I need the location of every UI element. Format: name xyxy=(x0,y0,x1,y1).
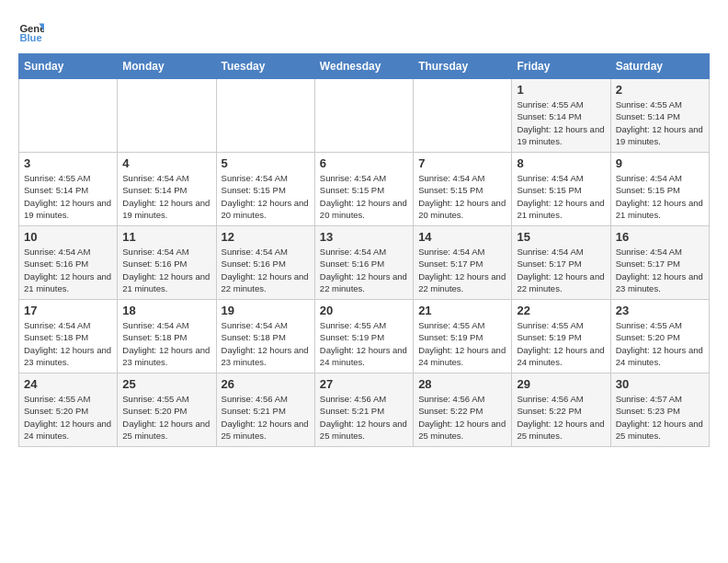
weekday-header-saturday: Saturday xyxy=(610,54,709,79)
day-info: Sunrise: 4:54 AM Sunset: 5:15 PM Dayligh… xyxy=(616,172,704,221)
day-info: Sunrise: 4:54 AM Sunset: 5:18 PM Dayligh… xyxy=(24,319,112,368)
calendar-cell-w2-d3: 5Sunrise: 4:54 AM Sunset: 5:15 PM Daylig… xyxy=(216,153,314,226)
day-info: Sunrise: 4:57 AM Sunset: 5:23 PM Dayligh… xyxy=(616,393,704,442)
day-number: 27 xyxy=(320,377,408,391)
calendar-cell-w1-d1 xyxy=(19,79,118,153)
day-info: Sunrise: 4:55 AM Sunset: 5:14 PM Dayligh… xyxy=(517,98,605,147)
weekday-header-tuesday: Tuesday xyxy=(216,54,314,79)
day-info: Sunrise: 4:54 AM Sunset: 5:15 PM Dayligh… xyxy=(320,172,408,221)
day-number: 13 xyxy=(320,230,408,244)
day-info: Sunrise: 4:55 AM Sunset: 5:14 PM Dayligh… xyxy=(24,172,112,221)
day-number: 5 xyxy=(222,156,310,170)
day-number: 28 xyxy=(418,377,506,391)
day-info: Sunrise: 4:55 AM Sunset: 5:19 PM Dayligh… xyxy=(418,319,506,368)
day-info: Sunrise: 4:54 AM Sunset: 5:15 PM Dayligh… xyxy=(517,172,605,221)
day-number: 1 xyxy=(517,83,605,97)
calendar-cell-w4-d4: 20Sunrise: 4:55 AM Sunset: 5:19 PM Dayli… xyxy=(314,300,413,373)
day-number: 10 xyxy=(24,230,112,244)
day-number: 3 xyxy=(24,156,112,170)
day-info: Sunrise: 4:54 AM Sunset: 5:16 PM Dayligh… xyxy=(320,246,408,294)
calendar-cell-w3-d4: 13Sunrise: 4:54 AM Sunset: 5:16 PM Dayli… xyxy=(314,226,413,300)
day-info: Sunrise: 4:54 AM Sunset: 5:17 PM Dayligh… xyxy=(616,246,704,294)
day-info: Sunrise: 4:55 AM Sunset: 5:20 PM Dayligh… xyxy=(122,393,210,442)
day-info: Sunrise: 4:55 AM Sunset: 5:20 PM Dayligh… xyxy=(616,319,704,368)
calendar-cell-w1-d5 xyxy=(414,79,512,153)
day-info: Sunrise: 4:54 AM Sunset: 5:16 PM Dayligh… xyxy=(222,246,310,294)
day-info: Sunrise: 4:55 AM Sunset: 5:19 PM Dayligh… xyxy=(320,319,408,368)
calendar-cell-w4-d5: 21Sunrise: 4:55 AM Sunset: 5:19 PM Dayli… xyxy=(414,300,512,373)
calendar-cell-w2-d4: 6Sunrise: 4:54 AM Sunset: 5:15 PM Daylig… xyxy=(314,153,413,226)
calendar-cell-w4-d6: 22Sunrise: 4:55 AM Sunset: 5:19 PM Dayli… xyxy=(512,300,610,373)
day-info: Sunrise: 4:55 AM Sunset: 5:19 PM Dayligh… xyxy=(517,319,605,368)
day-number: 17 xyxy=(24,304,112,317)
day-info: Sunrise: 4:54 AM Sunset: 5:14 PM Dayligh… xyxy=(122,172,210,221)
day-number: 4 xyxy=(122,156,210,170)
calendar-body: 1Sunrise: 4:55 AM Sunset: 5:14 PM Daylig… xyxy=(19,79,710,447)
weekday-header-sunday: Sunday xyxy=(19,54,118,79)
calendar-week-5: 24Sunrise: 4:55 AM Sunset: 5:20 PM Dayli… xyxy=(19,373,710,447)
calendar-cell-w5-d1: 24Sunrise: 4:55 AM Sunset: 5:20 PM Dayli… xyxy=(19,373,118,447)
calendar-cell-w4-d1: 17Sunrise: 4:54 AM Sunset: 5:18 PM Dayli… xyxy=(19,300,118,373)
day-number: 9 xyxy=(616,156,704,170)
page-header: General Blue xyxy=(18,18,710,44)
day-number: 18 xyxy=(122,304,210,317)
day-number: 25 xyxy=(122,377,210,391)
day-number: 8 xyxy=(517,156,605,170)
weekday-header-thursday: Thursday xyxy=(414,54,512,79)
calendar-cell-w1-d6: 1Sunrise: 4:55 AM Sunset: 5:14 PM Daylig… xyxy=(512,79,610,153)
day-info: Sunrise: 4:56 AM Sunset: 5:22 PM Dayligh… xyxy=(418,393,506,442)
day-number: 16 xyxy=(616,230,704,244)
calendar-cell-w2-d5: 7Sunrise: 4:54 AM Sunset: 5:15 PM Daylig… xyxy=(414,153,512,226)
calendar-cell-w3-d3: 12Sunrise: 4:54 AM Sunset: 5:16 PM Dayli… xyxy=(216,226,314,300)
day-info: Sunrise: 4:54 AM Sunset: 5:17 PM Dayligh… xyxy=(418,246,506,294)
calendar-cell-w4-d3: 19Sunrise: 4:54 AM Sunset: 5:18 PM Dayli… xyxy=(216,300,314,373)
day-info: Sunrise: 4:55 AM Sunset: 5:20 PM Dayligh… xyxy=(24,393,112,442)
calendar-week-2: 3Sunrise: 4:55 AM Sunset: 5:14 PM Daylig… xyxy=(19,153,710,226)
calendar-cell-w3-d5: 14Sunrise: 4:54 AM Sunset: 5:17 PM Dayli… xyxy=(414,226,512,300)
calendar-cell-w3-d2: 11Sunrise: 4:54 AM Sunset: 5:16 PM Dayli… xyxy=(118,226,216,300)
day-number: 12 xyxy=(222,230,310,244)
calendar-cell-w3-d6: 15Sunrise: 4:54 AM Sunset: 5:17 PM Dayli… xyxy=(512,226,610,300)
weekday-header-row: SundayMondayTuesdayWednesdayThursdayFrid… xyxy=(19,54,710,79)
calendar-cell-w5-d6: 29Sunrise: 4:56 AM Sunset: 5:22 PM Dayli… xyxy=(512,373,610,447)
day-number: 23 xyxy=(616,304,704,317)
calendar-cell-w4-d7: 23Sunrise: 4:55 AM Sunset: 5:20 PM Dayli… xyxy=(610,300,709,373)
calendar-table: SundayMondayTuesdayWednesdayThursdayFrid… xyxy=(18,53,710,447)
day-number: 19 xyxy=(222,304,310,317)
calendar-cell-w5-d7: 30Sunrise: 4:57 AM Sunset: 5:23 PM Dayli… xyxy=(610,373,709,447)
weekday-header-wednesday: Wednesday xyxy=(314,54,413,79)
calendar-cell-w2-d7: 9Sunrise: 4:54 AM Sunset: 5:15 PM Daylig… xyxy=(610,153,709,226)
calendar-cell-w2-d2: 4Sunrise: 4:54 AM Sunset: 5:14 PM Daylig… xyxy=(118,153,216,226)
day-number: 21 xyxy=(418,304,506,317)
calendar-cell-w5-d4: 27Sunrise: 4:56 AM Sunset: 5:21 PM Dayli… xyxy=(314,373,413,447)
svg-text:Blue: Blue xyxy=(19,32,41,43)
day-info: Sunrise: 4:54 AM Sunset: 5:16 PM Dayligh… xyxy=(24,246,112,294)
calendar-week-4: 17Sunrise: 4:54 AM Sunset: 5:18 PM Dayli… xyxy=(19,300,710,373)
day-number: 15 xyxy=(517,230,605,244)
day-number: 26 xyxy=(222,377,310,391)
day-number: 11 xyxy=(122,230,210,244)
calendar-cell-w5-d5: 28Sunrise: 4:56 AM Sunset: 5:22 PM Dayli… xyxy=(414,373,512,447)
calendar-cell-w5-d3: 26Sunrise: 4:56 AM Sunset: 5:21 PM Dayli… xyxy=(216,373,314,447)
calendar-cell-w4-d2: 18Sunrise: 4:54 AM Sunset: 5:18 PM Dayli… xyxy=(118,300,216,373)
day-info: Sunrise: 4:56 AM Sunset: 5:21 PM Dayligh… xyxy=(222,393,310,442)
day-number: 24 xyxy=(24,377,112,391)
weekday-header-friday: Friday xyxy=(512,54,610,79)
day-info: Sunrise: 4:56 AM Sunset: 5:21 PM Dayligh… xyxy=(320,393,408,442)
logo: General Blue xyxy=(18,18,48,44)
calendar-cell-w1-d7: 2Sunrise: 4:55 AM Sunset: 5:14 PM Daylig… xyxy=(610,79,709,153)
day-number: 30 xyxy=(616,377,704,391)
weekday-header-monday: Monday xyxy=(118,54,216,79)
day-number: 14 xyxy=(418,230,506,244)
calendar-cell-w5-d2: 25Sunrise: 4:55 AM Sunset: 5:20 PM Dayli… xyxy=(118,373,216,447)
day-number: 22 xyxy=(517,304,605,317)
calendar-cell-w3-d7: 16Sunrise: 4:54 AM Sunset: 5:17 PM Dayli… xyxy=(610,226,709,300)
day-info: Sunrise: 4:54 AM Sunset: 5:15 PM Dayligh… xyxy=(418,172,506,221)
calendar-cell-w2-d6: 8Sunrise: 4:54 AM Sunset: 5:15 PM Daylig… xyxy=(512,153,610,226)
day-number: 6 xyxy=(320,156,408,170)
day-info: Sunrise: 4:54 AM Sunset: 5:15 PM Dayligh… xyxy=(222,172,310,221)
day-info: Sunrise: 4:56 AM Sunset: 5:22 PM Dayligh… xyxy=(517,393,605,442)
day-number: 2 xyxy=(616,83,704,97)
calendar-cell-w3-d1: 10Sunrise: 4:54 AM Sunset: 5:16 PM Dayli… xyxy=(19,226,118,300)
calendar-cell-w1-d3 xyxy=(216,79,314,153)
